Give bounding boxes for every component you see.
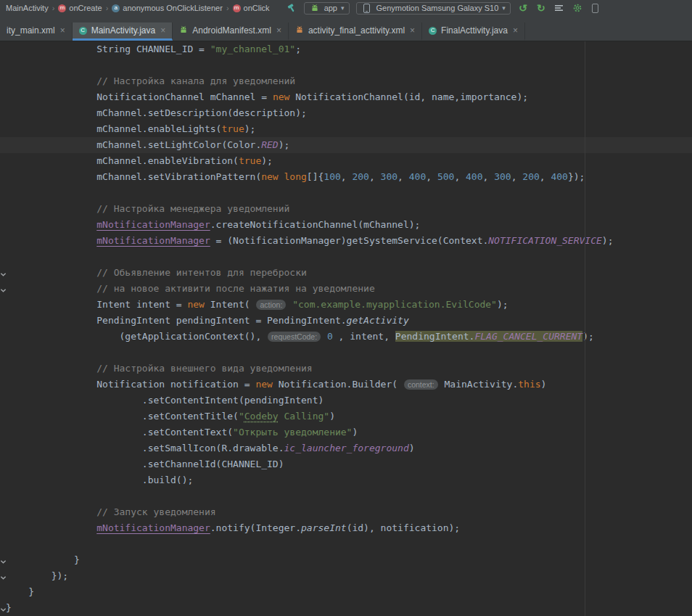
code-token[interactable]: .build();: [142, 475, 193, 485]
code-token[interactable]: .setChannelId(CHANNEL_ID): [142, 459, 284, 469]
code-token[interactable]: }: [28, 586, 34, 597]
code-token[interactable]: parseInt: [301, 522, 347, 533]
code-token[interactable]: // Запуск уведомления: [96, 506, 215, 517]
code-token[interactable]: [321, 331, 327, 342]
code-token[interactable]: ): [352, 427, 358, 438]
code-token[interactable]: // Обьявление интентов для переброски: [96, 267, 307, 278]
code-line[interactable]: [0, 185, 692, 201]
code-token[interactable]: 400: [466, 171, 482, 182]
code-token[interactable]: 400: [551, 171, 567, 182]
code-token[interactable]: Notification notification =: [96, 379, 255, 390]
code-line[interactable]: (getApplicationContext(), requestCode: 0…: [0, 329, 692, 345]
code-token[interactable]: new: [273, 91, 289, 102]
code-token[interactable]: // Настройка менеджера уведомлений: [96, 203, 289, 214]
breadcrumb-item[interactable]: MainActivity: [4, 4, 50, 12]
code-token[interactable]: ,: [454, 171, 466, 182]
code-line[interactable]: // Настройка внешнего вида уведомления: [0, 361, 692, 377]
code-token[interactable]: NOTIFICATION_SERVICE: [488, 235, 602, 246]
code-token[interactable]: );: [261, 155, 273, 166]
code-token[interactable]: NotificationChannel mChannel =: [96, 91, 273, 102]
fold-marker-icon[interactable]: [0, 269, 7, 276]
code-token[interactable]: String CHANNEL_ID =: [96, 44, 210, 54]
breadcrumb-item[interactable]: monCreate: [57, 4, 103, 12]
build-hammer-icon[interactable]: [286, 2, 297, 14]
code-token[interactable]: MainActivity.: [439, 379, 519, 390]
code-token[interactable]: mChannel.enableLights(: [96, 123, 221, 134]
code-token[interactable]: getActivity: [347, 315, 409, 326]
code-token[interactable]: []{: [307, 171, 324, 182]
tab-androidmanifest-xml[interactable]: AndroidManifest.xml×: [173, 22, 289, 41]
code-token[interactable]: Codeby: [244, 411, 279, 422]
code-token[interactable]: = (NotificationManager)getSystemService(…: [210, 235, 489, 246]
code-line[interactable]: .setContentTitle("Codeby Calling"): [0, 408, 692, 424]
code-area[interactable]: String CHANNEL_ID = "my_channel_01"; // …: [0, 41, 692, 616]
code-token[interactable]: ,: [398, 171, 409, 182]
code-line[interactable]: Notification notification = new Notifica…: [0, 377, 692, 393]
code-token[interactable]: (getApplicationContext(),: [120, 331, 268, 342]
code-line[interactable]: mNotificationManager = (NotificationMana…: [0, 233, 692, 249]
code-token[interactable]: true: [239, 155, 261, 166]
code-token[interactable]: .setSmallIcon(R.drawable.: [142, 443, 284, 453]
code-line[interactable]: mChannel.enableVibration(true);: [0, 153, 692, 169]
code-token[interactable]: .setContentText(: [142, 427, 233, 438]
code-token[interactable]: ,: [369, 171, 381, 182]
code-token[interactable]: PendingIntent.: [395, 331, 475, 342]
code-token[interactable]: Notification.Builder(: [273, 379, 403, 390]
code-token[interactable]: ;: [295, 44, 301, 54]
code-token[interactable]: ,: [483, 171, 495, 182]
tab-activity-final-acttivity-xml[interactable]: activity_final_acttivity.xml×: [289, 22, 422, 41]
code-token[interactable]: PendingIntent pendingIntent = PendingInt…: [96, 315, 346, 326]
tab-close-icon[interactable]: ×: [60, 25, 65, 36]
fold-marker-icon[interactable]: [0, 604, 7, 612]
code-token[interactable]: .createNotificationChannel(mChannel);: [210, 219, 421, 230]
code-line[interactable]: .setChannelId(CHANNEL_ID): [0, 456, 692, 472]
code-token[interactable]: mNotificationManager: [96, 522, 210, 533]
code-token[interactable]: 400: [409, 171, 426, 182]
code-token[interactable]: );: [602, 235, 614, 246]
code-token[interactable]: Intent intent =: [96, 299, 187, 310]
code-token[interactable]: ,: [426, 171, 437, 182]
code-token[interactable]: true: [221, 123, 244, 134]
code-token[interactable]: , intent,: [333, 331, 395, 342]
code-line[interactable]: [0, 345, 692, 361]
code-token[interactable]: RED: [261, 139, 278, 150]
breadcrumb-item[interactable]: monClick: [231, 4, 271, 12]
code-token[interactable]: ic_launcher_foreground: [284, 443, 409, 453]
code-token[interactable]: NotificationChannel(id, name,importance)…: [289, 91, 528, 102]
code-line[interactable]: }: [0, 552, 692, 568]
code-token[interactable]: .setContentIntent(pendingIntent): [142, 395, 324, 406]
code-line[interactable]: [0, 536, 692, 552]
breadcrumb-item[interactable]: aanonymous OnClickListener: [110, 4, 224, 12]
code-token[interactable]: "my_channel_01": [210, 44, 295, 54]
code-line[interactable]: mChannel.enableLights(true);: [0, 121, 692, 137]
code-line[interactable]: });: [0, 568, 692, 584]
code-token[interactable]: );: [244, 123, 256, 134]
code-line[interactable]: // на новое активити после нажатия на ув…: [0, 281, 692, 297]
code-token[interactable]: mChannel.setLightColor(Color.: [96, 139, 261, 150]
code-token[interactable]: new: [261, 171, 278, 182]
code-token[interactable]: [279, 171, 284, 182]
code-token[interactable]: 0: [327, 331, 333, 342]
fold-marker-icon[interactable]: [0, 285, 7, 292]
code-token[interactable]: });: [568, 171, 585, 182]
code-line[interactable]: [0, 249, 692, 265]
code-line[interactable]: mChannel.setVibrationPattern(new long[]{…: [0, 169, 692, 185]
code-line[interactable]: .build();: [0, 472, 692, 488]
gear-icon[interactable]: [572, 2, 583, 14]
code-token[interactable]: ): [409, 443, 415, 453]
device-select[interactable]: Genymotion Samsung Galaxy S10 ▾: [356, 2, 511, 15]
code-line[interactable]: }: [0, 600, 692, 616]
code-token[interactable]: });: [52, 570, 68, 581]
tab-finalacttivity-java[interactable]: CFinalActtivity.java×: [422, 22, 525, 41]
code-token[interactable]: mChannel.setDescription(description);: [96, 107, 307, 118]
code-line[interactable]: // Настройка менеджера уведомлений: [0, 201, 692, 217]
code-token[interactable]: // на новое активити после нажатия на ув…: [96, 283, 375, 294]
code-token[interactable]: ,: [511, 171, 523, 182]
fold-marker-icon[interactable]: [0, 572, 7, 580]
code-line[interactable]: // Обьявление интентов для переброски: [0, 265, 692, 281]
code-line[interactable]: [0, 488, 692, 504]
code-token[interactable]: "com.example.myapplication.EvilCode": [292, 299, 497, 310]
code-token[interactable]: action:: [256, 300, 286, 310]
code-token[interactable]: 100: [324, 171, 340, 182]
code-token[interactable]: [287, 299, 292, 310]
